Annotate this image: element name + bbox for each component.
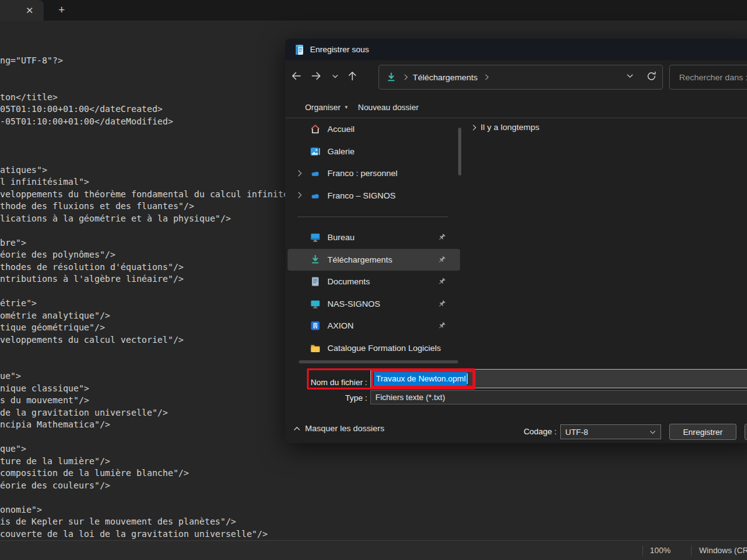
encoding-value: UTF-8 <box>565 427 588 437</box>
encoding-select[interactable]: UTF-8 <box>560 424 661 439</box>
dialog-toolbar: Organiser ▾ Nouveau dossier <box>285 95 747 118</box>
code-line <box>0 225 285 237</box>
new-folder-button[interactable]: Nouveau dossier <box>358 100 419 114</box>
notepad-active-tab[interactable]: ✕ <box>0 0 44 21</box>
sidebar-item-telechargements[interactable]: Téléchargements <box>288 249 460 271</box>
encoding-label: Codage : <box>491 427 557 436</box>
sidebar-item-label: Catalogue Formation Logiciels <box>327 343 460 353</box>
code-line: is de Kepler sur le mouvement des planèt… <box>0 516 285 528</box>
save-button[interactable]: Enregistrer <box>669 424 736 440</box>
file-list-area[interactable]: Il y a longtemps <box>462 118 747 369</box>
sidebar-item-franco-signos[interactable]: Franco – SIGNOS <box>288 185 460 207</box>
sidebar-item-axion[interactable]: AXION <box>288 315 460 337</box>
downloads-icon <box>386 72 397 83</box>
pin-icon <box>437 321 446 330</box>
chevron-right-icon[interactable] <box>470 123 479 132</box>
desktop: { "colors": { "annotation_red": "#e50f1d… <box>0 0 747 560</box>
horizontal-scrollbar[interactable] <box>299 360 458 363</box>
sidebar-item-catalogue-formation-logiciels[interactable]: Catalogue Formation Logiciels <box>288 337 460 360</box>
up-button[interactable] <box>344 68 361 86</box>
notepad-tab-bar: ✕ + <box>0 0 747 21</box>
sidebar-item-label: Galerie <box>327 147 460 156</box>
dialog-title-bar[interactable]: Enregistrer sous <box>285 39 747 60</box>
sidebar-item-documents[interactable]: Documents <box>288 271 460 293</box>
folder-icon <box>310 343 321 353</box>
new-tab-button[interactable]: + <box>55 4 68 16</box>
code-line: thodes de résolution d'équations"/> <box>0 261 285 274</box>
sidebar-separator <box>285 207 462 226</box>
pin-icon <box>437 233 446 242</box>
navigation-pane: AccueilGalerieFranco : personnelFranco –… <box>285 118 462 369</box>
sidebar-item-franco-personnel[interactable]: Franco : personnel <box>288 162 460 185</box>
filetype-value: Fichiers texte (*.txt) <box>375 393 445 402</box>
hide-folders-button[interactable]: Masquer les dossiers <box>293 424 385 433</box>
code-line <box>0 152 285 164</box>
sidebar-item-bureau[interactable]: Bureau <box>288 226 460 249</box>
sidebar-item-nas-signos[interactable]: NAS-SIGNOS <box>288 293 460 315</box>
code-line: atiques"> <box>0 164 285 177</box>
cancel-button-clipped[interactable] <box>745 424 747 440</box>
line-ending-indicator[interactable]: Windows (CR <box>699 546 747 555</box>
notepad-app-icon <box>294 44 304 55</box>
code-line: ntributions à l'algèbre linéaire"/> <box>0 273 285 286</box>
refresh-icon[interactable] <box>646 70 657 85</box>
code-line <box>0 79 285 91</box>
code-line: lications à la géométrie et à la physiqu… <box>0 213 285 225</box>
chevron-spacer <box>295 343 305 353</box>
caret-down-icon: ▾ <box>345 104 348 110</box>
address-dropdown-icon[interactable] <box>626 72 634 83</box>
sidebar-item-label: Accueil <box>327 124 460 134</box>
chevron-down-icon <box>649 428 657 436</box>
code-line: -05T01:10:00+01:00</dateModified> <box>0 116 285 128</box>
code-line: ue"> <box>0 370 285 383</box>
chevron-right-icon[interactable] <box>295 190 305 200</box>
sidebar-item-label: Franco – SIGNOS <box>327 191 460 200</box>
code-line: que"> <box>0 443 285 455</box>
chevron-down-icon <box>331 72 339 83</box>
organize-button[interactable]: Organiser ▾ <box>305 100 348 114</box>
recent-locations-button[interactable] <box>326 68 344 86</box>
code-line <box>0 67 285 80</box>
code-line: thode des fluxions et des fluantes"/> <box>0 200 285 213</box>
sidebar-item-label: NAS-SIGNOS <box>327 299 437 309</box>
chevron-spacer <box>295 124 305 134</box>
sidebar-item-accueil[interactable]: Accueil <box>288 118 460 141</box>
sidebar-item-label: Documents <box>327 277 437 286</box>
drive-icon <box>310 320 321 331</box>
navigation-row: Téléchargements <box>285 60 747 95</box>
tab-close-icon[interactable]: ✕ <box>24 4 35 16</box>
breadcrumb-location[interactable]: Téléchargements <box>413 73 477 82</box>
forward-button[interactable] <box>308 68 325 86</box>
code-line: nique classique"> <box>0 383 285 395</box>
code-line: veloppements du calcul vectoriel"/> <box>0 334 285 347</box>
code-line: onomie"> <box>0 504 285 516</box>
code-line: composition de la lumière blanche"/> <box>0 467 285 480</box>
search-input[interactable] <box>678 72 747 83</box>
chevron-spacer <box>295 299 305 309</box>
chevron-spacer <box>295 321 305 331</box>
code-line: de la gravitation universelle"/> <box>0 407 285 419</box>
code-line: étrie"> <box>0 297 285 310</box>
zoom-level[interactable]: 100% <box>650 546 670 555</box>
sidebar-item-label: Franco : personnel <box>327 169 460 178</box>
gallery-icon <box>310 146 321 157</box>
back-button[interactable] <box>288 68 305 86</box>
code-line: éorie des polynômes"/> <box>0 249 285 261</box>
notepad-status-bar: 100% Windows (CR <box>0 540 747 560</box>
file-group-header[interactable]: Il y a longtemps <box>470 123 540 132</box>
code-line <box>0 431 285 444</box>
chevron-right-icon[interactable] <box>295 169 305 179</box>
code-line: 05T01:10:00+01:00</dateCreated> <box>0 103 285 116</box>
sidebar-item-label: AXION <box>327 321 437 330</box>
address-bar[interactable]: Téléchargements <box>378 65 663 90</box>
monitor-icon <box>310 299 321 309</box>
breadcrumb-chevron-icon[interactable] <box>402 73 410 82</box>
filetype-select[interactable]: Fichiers texte (*.txt) <box>370 390 747 404</box>
status-divider <box>642 546 643 556</box>
sidebar-item-galerie[interactable]: Galerie <box>288 141 460 163</box>
notepad-text-area[interactable]: ng="UTF-8"?> ton</title>05T01:10:00+01:0… <box>0 55 285 540</box>
onedrive-icon <box>310 190 321 201</box>
search-box[interactable] <box>669 65 747 90</box>
code-line: ton</title> <box>0 91 285 104</box>
breadcrumb-chevron-icon[interactable] <box>482 73 491 82</box>
